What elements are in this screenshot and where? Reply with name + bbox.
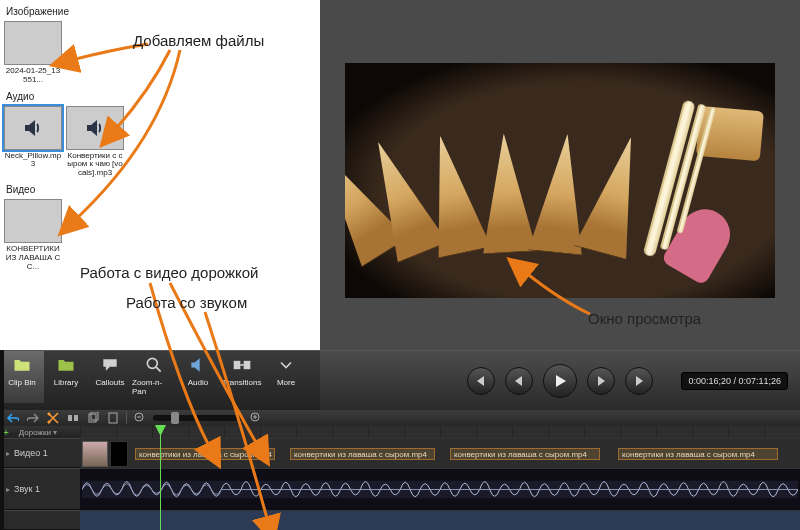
media-item[interactable]: Конвертики с сыром к чаю [vocals].mp3 — [66, 106, 124, 178]
slider-knob[interactable] — [171, 412, 179, 424]
video-lane[interactable]: конвертики из лаваша с сыром.mp4 конверт… — [80, 438, 800, 468]
annotation-video-track: Работа с видео дорожкой — [80, 264, 258, 281]
audio-thumbnail — [66, 106, 124, 150]
step-fwd-button[interactable] — [587, 367, 615, 395]
image-thumbnail — [4, 21, 62, 65]
clip-thumbnail[interactable] — [82, 441, 108, 467]
tab-clip-bin[interactable]: Clip Bin — [0, 351, 44, 403]
skip-fwd-icon — [634, 376, 644, 386]
svg-rect-2 — [244, 361, 251, 369]
split-icon — [67, 412, 79, 424]
tab-more[interactable]: More — [264, 351, 308, 403]
folder-clip-icon — [12, 355, 32, 375]
video-thumbnail — [4, 199, 62, 243]
media-item[interactable]: КОНВЕРТИКИ ИЗ ЛАВАША С С... — [4, 199, 62, 271]
svg-rect-6 — [74, 415, 78, 421]
audio-lane[interactable] — [80, 468, 800, 510]
tab-label: Callouts — [96, 378, 125, 387]
cut-button[interactable] — [46, 412, 60, 424]
copy-icon — [87, 412, 99, 424]
collapse-icon[interactable]: ▸ — [6, 449, 10, 458]
media-caption: Конвертики с сыром к чаю [vocals].mp3 — [66, 152, 124, 178]
next-frame-button[interactable] — [625, 367, 653, 395]
undo-button[interactable] — [6, 412, 20, 424]
tab-label: Transitions — [223, 378, 262, 387]
media-item[interactable]: 2024-01-25_13551... — [4, 21, 62, 85]
editor-tabs: Clip Bin Library Callouts Zoom-n-Pan Aud… — [0, 350, 320, 410]
audio-thumbnail — [4, 106, 62, 150]
video-clip[interactable]: конвертики из лаваша с сыром.mp4 — [290, 448, 435, 460]
media-caption: 2024-01-25_13551... — [4, 67, 62, 85]
redo-button[interactable] — [26, 412, 40, 424]
zoom-in-button[interactable] — [249, 412, 263, 424]
play-icon — [554, 375, 566, 387]
time-display: 0:00:16;20 / 0:07:11;26 — [681, 372, 788, 390]
video-clip[interactable]: конвертики из лаваша с сыром.mp4 — [450, 448, 600, 460]
track-label-audio-2[interactable] — [0, 510, 80, 530]
tab-library[interactable]: Library — [44, 351, 88, 403]
scissors-icon — [47, 412, 59, 424]
annotation-add-files: Добавляем файлы — [133, 32, 264, 49]
audio-thumb-row: Neck_Pillow.mp3 Конвертики с сыром к чаю… — [4, 106, 296, 178]
section-label-video: Видео — [6, 184, 296, 195]
svg-rect-7 — [89, 414, 96, 422]
video-clip[interactable]: конвертики из лаваша с сыром.mp4 — [618, 448, 778, 460]
audio-track-2 — [0, 510, 800, 530]
audio-track: ▸ Звук 1 — [0, 468, 800, 510]
preview-panel — [320, 0, 800, 350]
tab-label: Library — [54, 378, 78, 387]
tab-label: Clip Bin — [8, 378, 36, 387]
zoom-icon — [144, 355, 164, 375]
video-clip[interactable]: конвертики из лаваша с сыром.mp4 — [135, 448, 275, 460]
library-icon — [56, 355, 76, 375]
copy-button[interactable] — [86, 412, 100, 424]
video-track: ▸ Видео 1 конвертики из лаваша с сыром.m… — [0, 438, 800, 468]
audio-icon — [188, 355, 208, 375]
preview-canvas[interactable] — [345, 63, 775, 298]
track-name: Звук 1 — [14, 484, 40, 494]
timeline-toolbar — [0, 410, 800, 426]
annotation-preview: Окно просмотра — [588, 310, 701, 327]
clip-thumbnail[interactable] — [110, 441, 128, 467]
tab-transitions[interactable]: Transitions — [220, 351, 264, 403]
annotation-audio-track: Работа со звуком — [126, 294, 247, 311]
media-item[interactable]: Neck_Pillow.mp3 — [4, 106, 62, 178]
step-back-button[interactable] — [505, 367, 533, 395]
zoom-out-button[interactable] — [133, 412, 147, 424]
speaker-icon — [21, 116, 45, 140]
image-thumb-row: 2024-01-25_13551... — [4, 21, 296, 85]
zoom-in-icon — [250, 412, 262, 424]
track-name: Видео 1 — [14, 448, 48, 458]
triangle-right-icon — [596, 376, 606, 386]
time-ruler[interactable] — [80, 426, 800, 438]
play-button[interactable] — [543, 364, 577, 398]
svg-rect-1 — [234, 361, 241, 369]
chevron-down-icon — [276, 355, 296, 375]
waveform — [82, 471, 798, 508]
collapse-icon[interactable]: ▸ — [6, 485, 10, 494]
section-label-audio: Аудио — [6, 91, 296, 102]
track-header-bar: + Дорожки ▾ — [0, 426, 800, 438]
zoom-slider[interactable] — [153, 415, 243, 421]
transport-bar: 0:00:16;20 / 0:07:11;26 — [320, 350, 800, 410]
chevron-down-icon[interactable]: ▾ — [53, 428, 57, 437]
track-label-video[interactable]: ▸ Видео 1 — [0, 438, 80, 468]
paste-button[interactable] — [106, 412, 120, 424]
svg-rect-8 — [91, 412, 98, 420]
tab-callouts[interactable]: Callouts — [88, 351, 132, 403]
prev-frame-button[interactable] — [467, 367, 495, 395]
video-thumb-row: КОНВЕРТИКИ ИЗ ЛАВАША С С... — [4, 199, 296, 271]
tracks-label: Дорожки — [19, 428, 51, 437]
playhead[interactable] — [160, 426, 161, 530]
audio-lane-2[interactable] — [80, 510, 800, 530]
redo-icon — [27, 413, 39, 423]
tab-audio[interactable]: Audio — [176, 351, 220, 403]
track-label-audio[interactable]: ▸ Звук 1 — [0, 468, 80, 510]
zoom-out-icon — [134, 412, 146, 424]
speaker-icon — [83, 116, 107, 140]
svg-rect-5 — [68, 415, 72, 421]
svg-point-3 — [48, 421, 51, 424]
toolbar-row: Clip Bin Library Callouts Zoom-n-Pan Aud… — [0, 350, 800, 410]
split-button[interactable] — [66, 412, 80, 424]
tab-zoom[interactable]: Zoom-n-Pan — [132, 351, 176, 403]
